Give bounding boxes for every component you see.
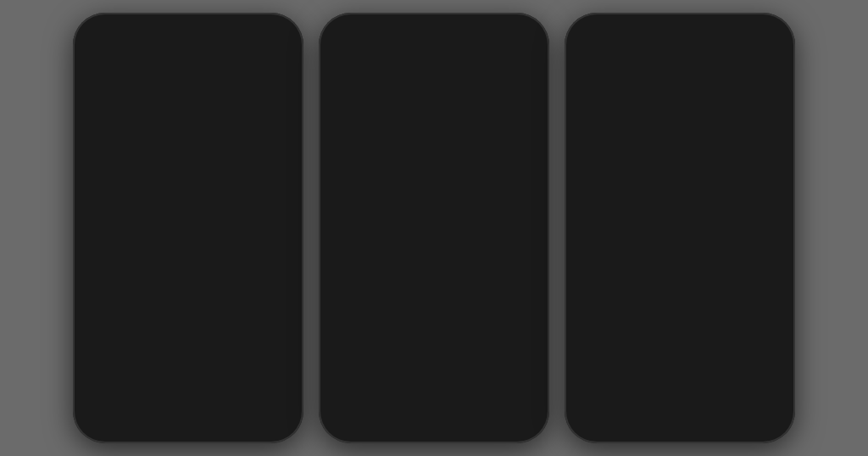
shutter-inner-left: 🌙	[168, 353, 205, 390]
zoom-controls-left: .6x 1x 2x 🌙	[80, 320, 297, 336]
svg-point-42	[390, 224, 416, 250]
phone-middle-screen: ⌄	[326, 19, 542, 437]
phone-middle: ⌄	[319, 13, 549, 443]
zoom-2x-right[interactable]: 2x	[696, 323, 716, 336]
zoom-0.6x-left[interactable]: .6x	[141, 321, 163, 335]
zoom-1x-right[interactable]: 1x	[670, 323, 691, 336]
home-indicator-right	[654, 431, 705, 433]
zoom-0.6x-right[interactable]: .6x	[643, 323, 665, 336]
shutter-row-right: ↺	[571, 347, 788, 396]
gallery-thumb-left[interactable]	[225, 356, 255, 386]
flip-camera-left[interactable]: ↺	[121, 358, 148, 385]
tab-camera-right[interactable]: Camera	[661, 406, 703, 420]
tab-modes-right[interactable]: Modes	[736, 406, 772, 420]
phone-right: ⌄	[565, 13, 795, 443]
phone-right-screen: ⌄	[571, 19, 788, 437]
svg-point-38	[459, 147, 491, 179]
zoom-controls-right: .6x 1x 2x	[571, 323, 788, 336]
home-indicator-left	[163, 431, 214, 433]
chevron-down-icon-right: ⌄	[676, 26, 683, 36]
svg-point-34	[375, 144, 409, 179]
shutter-inner-middle	[414, 353, 451, 390]
zoom-1x-left[interactable]: 1x	[168, 321, 188, 335]
mode-tabs-right: t Sight Portrait Camera Video Modes	[571, 406, 788, 420]
tab-modes-left[interactable]: Modes	[244, 406, 281, 420]
shutter-button-right[interactable]	[654, 347, 703, 396]
gallery-thumb-right[interactable]	[716, 356, 747, 386]
tab-video-left[interactable]: Video	[211, 406, 244, 420]
shutter-row-left: ↺ 🌙	[80, 347, 297, 396]
shutter-button-middle[interactable]	[408, 347, 457, 396]
phone-left-screen: ⌄	[80, 19, 297, 437]
shutter-row-middle: ↺	[326, 347, 542, 396]
svg-point-13	[358, 72, 419, 133]
tab-video-right[interactable]: Video	[703, 406, 736, 420]
flip-camera-right[interactable]: ↺	[613, 358, 640, 385]
phone-left-notch: ⌄	[154, 19, 222, 38]
zoom-controls-middle: 1x 1.3x	[326, 323, 542, 336]
tab-portrait-middle[interactable]: Portrait	[403, 406, 443, 420]
svg-rect-8	[142, 275, 173, 306]
svg-point-61	[708, 60, 751, 92]
svg-rect-10	[108, 271, 142, 284]
phone-middle-notch: ⌄	[400, 19, 468, 38]
camera-ui-middle: 1x 1.3x ↺ Night Sight Portrait Camera Vi…	[326, 316, 542, 437]
mode-tabs-left: t Sight Portrait Camera Video Modes	[80, 406, 297, 420]
camera-ui-right: .6x 1x 2x ↺ t Sight Portrait Camera Vide…	[571, 316, 788, 437]
svg-point-40	[496, 157, 524, 185]
tab-night-sight-right[interactable]: t Sight	[587, 406, 623, 420]
shutter-button-left[interactable]: 🌙	[162, 347, 211, 396]
tab-portrait-right[interactable]: Portrait	[623, 406, 661, 420]
tab-video-middle[interactable]: Video	[484, 406, 517, 420]
night-mode-icon-left: 🌙	[219, 320, 236, 336]
camera-ui-left: .6x 1x 2x 🌙 ↺ 🌙 t Sight Portrait Camera …	[80, 313, 297, 437]
phone-right-notch: ⌄	[646, 19, 714, 38]
tab-portrait-left[interactable]: Portrait	[131, 406, 170, 420]
svg-point-32	[342, 152, 373, 183]
gallery-thumb-middle[interactable]	[470, 356, 501, 386]
tab-camera-middle[interactable]: Camera	[443, 406, 484, 420]
svg-point-64	[730, 209, 754, 230]
svg-point-5	[190, 202, 286, 245]
zoom-1x-middle[interactable]: 1x	[409, 323, 429, 336]
tab-night-sight-left[interactable]: t Sight	[96, 406, 131, 420]
mode-tabs-middle: Night Sight Portrait Camera Video	[326, 406, 542, 420]
phone-left: ⌄	[73, 13, 303, 443]
shutter-inner-right	[659, 353, 697, 390]
chevron-down-icon: ⌄	[185, 26, 192, 36]
chevron-down-icon-middle: ⌄	[431, 26, 437, 36]
flip-camera-middle[interactable]: ↺	[367, 358, 394, 385]
zoom-2x-left[interactable]: 2x	[193, 321, 214, 335]
tab-camera-left[interactable]: Camera	[170, 406, 211, 420]
svg-point-36	[415, 135, 453, 173]
zoom-1.3x-middle[interactable]: 1.3x	[433, 323, 459, 336]
tab-night-sight-middle[interactable]: Night Sight	[352, 406, 403, 420]
home-indicator-middle	[409, 431, 459, 433]
